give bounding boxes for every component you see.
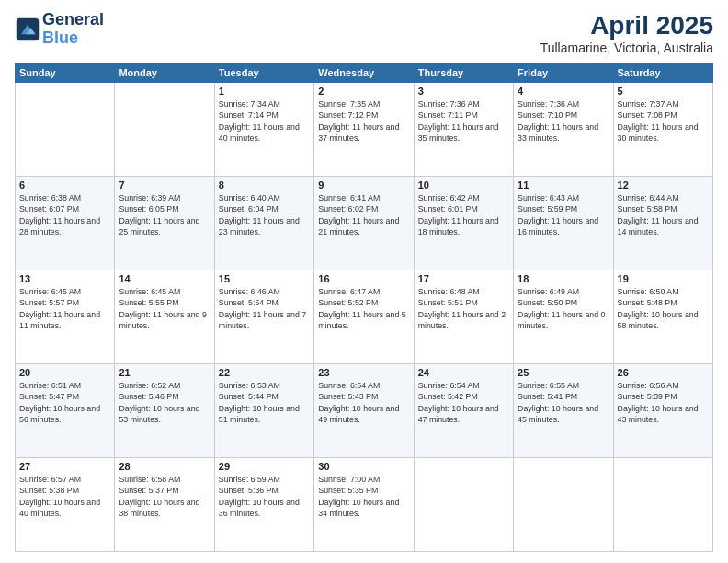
calendar-cell: 1Sunrise: 7:34 AMSunset: 7:14 PMDaylight… <box>214 83 313 177</box>
logo-line2: Blue <box>42 29 104 48</box>
day-number: 1 <box>219 86 310 97</box>
calendar-cell: 29Sunrise: 6:59 AMSunset: 5:36 PMDayligh… <box>214 458 313 552</box>
day-number: 13 <box>19 273 110 284</box>
week-row-2: 6Sunrise: 6:38 AMSunset: 6:07 PMDaylight… <box>16 177 713 270</box>
day-number: 10 <box>418 179 509 190</box>
day-number: 26 <box>618 367 709 378</box>
calendar-cell: 13Sunrise: 6:45 AMSunset: 5:57 PMDayligh… <box>16 270 115 364</box>
calendar-cell: 20Sunrise: 6:51 AMSunset: 5:47 PMDayligh… <box>16 364 115 458</box>
day-info: Sunrise: 6:50 AMSunset: 5:48 PMDaylight:… <box>618 286 709 331</box>
calendar-cell: 23Sunrise: 6:54 AMSunset: 5:43 PMDayligh… <box>314 364 414 458</box>
day-info: Sunrise: 6:45 AMSunset: 5:57 PMDaylight:… <box>19 286 110 331</box>
week-row-5: 27Sunrise: 6:57 AMSunset: 5:38 PMDayligh… <box>16 458 713 552</box>
day-info: Sunrise: 6:53 AMSunset: 5:44 PMDaylight:… <box>219 380 310 425</box>
day-info: Sunrise: 6:48 AMSunset: 5:51 PMDaylight:… <box>418 286 509 331</box>
day-info: Sunrise: 7:37 AMSunset: 7:08 PMDaylight:… <box>618 98 709 144</box>
page: General Blue April 2025 Tullamarine, Vic… <box>0 0 728 563</box>
day-info: Sunrise: 6:58 AMSunset: 5:37 PMDaylight:… <box>119 474 210 519</box>
logo: General Blue <box>15 11 104 48</box>
day-number: 2 <box>318 86 409 97</box>
col-header-monday: Monday <box>115 63 214 83</box>
calendar-cell: 17Sunrise: 6:48 AMSunset: 5:51 PMDayligh… <box>414 270 513 364</box>
day-number: 23 <box>318 367 409 378</box>
day-number: 8 <box>219 179 310 190</box>
calendar-cell: 4Sunrise: 7:36 AMSunset: 7:10 PMDaylight… <box>514 83 613 177</box>
calendar-body: 1Sunrise: 7:34 AMSunset: 7:14 PMDaylight… <box>16 83 713 552</box>
day-info: Sunrise: 6:38 AMSunset: 6:07 PMDaylight:… <box>19 192 110 237</box>
logo-text: General Blue <box>42 11 104 48</box>
day-number: 6 <box>19 179 110 190</box>
title-block: April 2025 Tullamarine, Victoria, Austra… <box>540 11 713 55</box>
day-info: Sunrise: 6:45 AMSunset: 5:55 PMDaylight:… <box>119 286 210 331</box>
calendar-cell <box>414 458 513 552</box>
calendar-cell: 18Sunrise: 6:49 AMSunset: 5:50 PMDayligh… <box>514 270 613 364</box>
day-number: 18 <box>518 273 609 284</box>
day-info: Sunrise: 6:54 AMSunset: 5:42 PMDaylight:… <box>418 380 509 425</box>
day-number: 27 <box>19 461 110 472</box>
calendar-cell: 25Sunrise: 6:55 AMSunset: 5:41 PMDayligh… <box>514 364 613 458</box>
day-info: Sunrise: 6:49 AMSunset: 5:50 PMDaylight:… <box>518 286 609 331</box>
calendar-cell: 30Sunrise: 7:00 AMSunset: 5:35 PMDayligh… <box>314 458 414 552</box>
calendar-cell: 21Sunrise: 6:52 AMSunset: 5:46 PMDayligh… <box>115 364 214 458</box>
calendar-cell: 6Sunrise: 6:38 AMSunset: 6:07 PMDaylight… <box>16 177 115 270</box>
calendar-cell: 28Sunrise: 6:58 AMSunset: 5:37 PMDayligh… <box>115 458 214 552</box>
calendar-cell: 9Sunrise: 6:41 AMSunset: 6:02 PMDaylight… <box>314 177 414 270</box>
day-info: Sunrise: 6:41 AMSunset: 6:02 PMDaylight:… <box>318 192 409 237</box>
day-number: 7 <box>119 179 210 190</box>
logo-line1: General <box>42 11 104 29</box>
day-info: Sunrise: 6:56 AMSunset: 5:39 PMDaylight:… <box>618 380 709 425</box>
day-number: 16 <box>318 273 409 284</box>
col-header-friday: Friday <box>514 63 613 83</box>
day-info: Sunrise: 6:40 AMSunset: 6:04 PMDaylight:… <box>219 192 310 237</box>
day-info: Sunrise: 6:57 AMSunset: 5:38 PMDaylight:… <box>19 474 110 519</box>
col-header-sunday: Sunday <box>16 63 115 83</box>
calendar-cell: 27Sunrise: 6:57 AMSunset: 5:38 PMDayligh… <box>16 458 115 552</box>
calendar-cell <box>115 83 214 177</box>
calendar-cell: 8Sunrise: 6:40 AMSunset: 6:04 PMDaylight… <box>214 177 313 270</box>
calendar-cell: 7Sunrise: 6:39 AMSunset: 6:05 PMDaylight… <box>115 177 214 270</box>
calendar-cell: 16Sunrise: 6:47 AMSunset: 5:52 PMDayligh… <box>314 270 414 364</box>
day-info: Sunrise: 6:52 AMSunset: 5:46 PMDaylight:… <box>119 380 210 425</box>
day-info: Sunrise: 6:44 AMSunset: 5:58 PMDaylight:… <box>618 192 709 237</box>
day-number: 29 <box>219 461 310 472</box>
calendar-cell: 22Sunrise: 6:53 AMSunset: 5:44 PMDayligh… <box>214 364 313 458</box>
calendar-header: SundayMondayTuesdayWednesdayThursdayFrid… <box>16 63 713 83</box>
calendar-cell: 26Sunrise: 6:56 AMSunset: 5:39 PMDayligh… <box>613 364 712 458</box>
calendar-cell: 2Sunrise: 7:35 AMSunset: 7:12 PMDaylight… <box>314 83 414 177</box>
day-number: 9 <box>318 179 409 190</box>
day-info: Sunrise: 6:43 AMSunset: 5:59 PMDaylight:… <box>518 192 609 237</box>
day-number: 28 <box>119 461 210 472</box>
day-number: 3 <box>418 86 509 97</box>
calendar-cell: 24Sunrise: 6:54 AMSunset: 5:42 PMDayligh… <box>414 364 513 458</box>
day-number: 24 <box>418 367 509 378</box>
col-header-thursday: Thursday <box>414 63 513 83</box>
day-number: 11 <box>518 179 609 190</box>
day-info: Sunrise: 7:00 AMSunset: 5:35 PMDaylight:… <box>318 474 409 519</box>
day-number: 4 <box>518 86 609 97</box>
calendar-cell <box>514 458 613 552</box>
day-number: 15 <box>219 273 310 284</box>
week-row-1: 1Sunrise: 7:34 AMSunset: 7:14 PMDaylight… <box>16 83 713 177</box>
calendar-cell: 11Sunrise: 6:43 AMSunset: 5:59 PMDayligh… <box>514 177 613 270</box>
day-info: Sunrise: 6:46 AMSunset: 5:54 PMDaylight:… <box>219 286 310 331</box>
calendar-cell: 10Sunrise: 6:42 AMSunset: 6:01 PMDayligh… <box>414 177 513 270</box>
calendar-cell <box>613 458 712 552</box>
col-header-saturday: Saturday <box>613 63 712 83</box>
day-number: 22 <box>219 367 310 378</box>
logo-icon <box>15 17 40 42</box>
week-row-4: 20Sunrise: 6:51 AMSunset: 5:47 PMDayligh… <box>16 364 713 458</box>
header-row: SundayMondayTuesdayWednesdayThursdayFrid… <box>16 63 713 83</box>
calendar-cell: 3Sunrise: 7:36 AMSunset: 7:11 PMDaylight… <box>414 83 513 177</box>
day-number: 21 <box>119 367 210 378</box>
day-number: 20 <box>19 367 110 378</box>
day-number: 5 <box>618 86 709 97</box>
day-info: Sunrise: 6:51 AMSunset: 5:47 PMDaylight:… <box>19 380 110 425</box>
day-info: Sunrise: 6:39 AMSunset: 6:05 PMDaylight:… <box>119 192 210 237</box>
day-number: 25 <box>518 367 609 378</box>
calendar-cell: 14Sunrise: 6:45 AMSunset: 5:55 PMDayligh… <box>115 270 214 364</box>
day-number: 14 <box>119 273 210 284</box>
day-number: 30 <box>318 461 409 472</box>
day-info: Sunrise: 6:47 AMSunset: 5:52 PMDaylight:… <box>318 286 409 331</box>
day-number: 12 <box>618 179 709 190</box>
calendar-cell: 19Sunrise: 6:50 AMSunset: 5:48 PMDayligh… <box>613 270 712 364</box>
